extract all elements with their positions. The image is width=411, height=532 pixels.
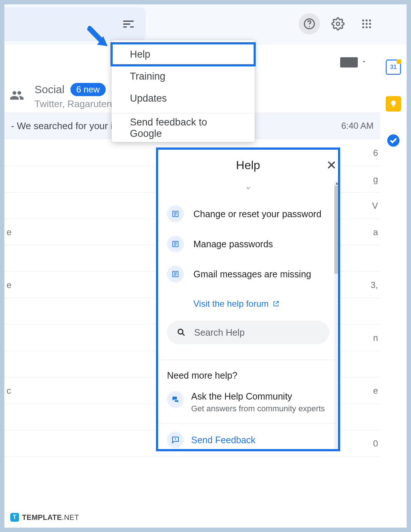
feedback-icon bbox=[167, 431, 184, 448]
article-label: Manage passwords bbox=[193, 239, 273, 249]
support-menu: Help Training Updates Send feedback to G… bbox=[112, 40, 255, 142]
new-badge: 6 new bbox=[70, 83, 106, 96]
people-icon bbox=[10, 88, 24, 104]
community-subtitle: Get answers from community experts bbox=[191, 404, 325, 413]
external-link-icon bbox=[272, 300, 280, 307]
keep-icon[interactable] bbox=[386, 96, 401, 112]
close-icon[interactable]: ✕ bbox=[326, 158, 337, 172]
svg-point-7 bbox=[365, 23, 367, 25]
forum-icon bbox=[167, 391, 184, 408]
svg-point-9 bbox=[362, 26, 364, 28]
help-panel: Help ✕ ▲ ⌵ Change or reset your password… bbox=[156, 147, 340, 451]
keyboard-icon[interactable] bbox=[340, 57, 358, 68]
help-article[interactable]: Manage passwords bbox=[167, 229, 329, 259]
menu-divider bbox=[112, 113, 255, 113]
svg-point-8 bbox=[369, 23, 371, 25]
article-label: Gmail messages are missing bbox=[193, 269, 311, 280]
help-article[interactable]: Change or reset your password bbox=[167, 199, 329, 229]
menu-item-training[interactable]: Training bbox=[112, 65, 255, 87]
settings-icon[interactable] bbox=[327, 13, 349, 34]
tab-title: Social bbox=[34, 83, 65, 96]
svg-point-1 bbox=[309, 26, 310, 27]
article-icon bbox=[167, 236, 184, 252]
collapse-caret-icon[interactable]: ⌵ bbox=[167, 183, 329, 191]
need-more-help-label: Need more help? bbox=[167, 370, 329, 381]
community-title: Ask the Help Community bbox=[191, 391, 325, 402]
search-help-input[interactable]: Search Help bbox=[167, 321, 329, 344]
help-community-link[interactable]: Ask the Help Community Get answers from … bbox=[167, 388, 329, 423]
help-forum-link[interactable]: Visit the help forum bbox=[167, 289, 329, 318]
help-panel-header: Help ✕ bbox=[158, 150, 338, 181]
search-icon bbox=[177, 328, 186, 337]
email-time: 6:40 AM bbox=[341, 121, 374, 131]
support-icon[interactable] bbox=[299, 13, 320, 34]
help-panel-title: Help bbox=[236, 158, 260, 172]
send-feedback-link[interactable]: Send Feedback bbox=[167, 431, 329, 448]
help-article[interactable]: Gmail messages are missing bbox=[167, 259, 329, 289]
calendar-icon[interactable]: 31 bbox=[386, 59, 401, 75]
side-panel: 31 bbox=[380, 48, 407, 148]
apps-icon[interactable] bbox=[356, 13, 377, 34]
menu-item-feedback[interactable]: Send feedback to Google bbox=[112, 117, 255, 139]
watermark-icon: T bbox=[10, 513, 19, 522]
svg-point-11 bbox=[369, 26, 371, 28]
svg-point-13 bbox=[178, 329, 183, 334]
svg-point-3 bbox=[362, 19, 364, 21]
svg-point-6 bbox=[362, 23, 364, 25]
menu-item-updates[interactable]: Updates bbox=[112, 87, 255, 109]
menu-item-help[interactable]: Help bbox=[112, 43, 255, 65]
tune-icon[interactable] bbox=[121, 17, 135, 32]
top-bar bbox=[4, 4, 407, 45]
article-icon bbox=[167, 266, 184, 283]
search-filter-area bbox=[4, 7, 146, 41]
watermark: T TEMPLATE.NET bbox=[10, 513, 79, 522]
svg-point-2 bbox=[337, 22, 340, 26]
tab-subtitle: Twitter, Ragaruterufo bbox=[34, 98, 123, 110]
tasks-icon[interactable] bbox=[386, 133, 401, 148]
email-snippet: - We searched for your in bbox=[11, 120, 118, 132]
svg-point-10 bbox=[365, 26, 367, 28]
article-icon bbox=[167, 205, 184, 222]
chevron-down-icon[interactable] bbox=[361, 58, 367, 66]
svg-point-4 bbox=[365, 19, 367, 21]
svg-point-5 bbox=[369, 19, 371, 21]
article-label: Change or reset your password bbox=[193, 209, 321, 219]
search-placeholder: Search Help bbox=[194, 327, 245, 338]
